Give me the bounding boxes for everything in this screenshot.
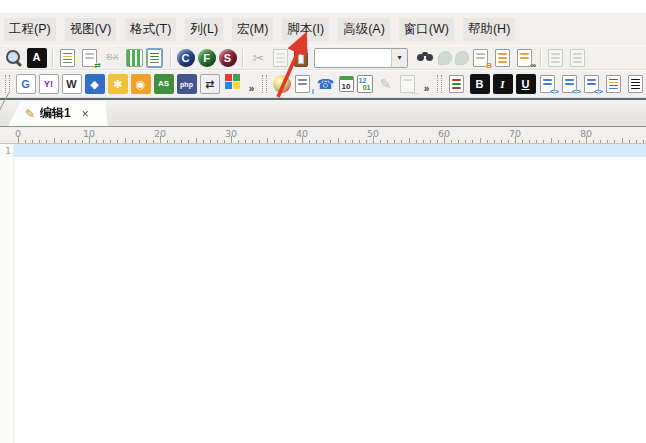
ruler-tick [288,140,289,143]
call-tip-icon[interactable]: ☎ [316,74,336,94]
ruler-tick [309,140,310,143]
find-binoculars-icon[interactable] [415,48,435,68]
menu-item-format[interactable]: 格式(T) [125,18,176,41]
code-list-icon[interactable]: <> [540,75,555,93]
italic-icon[interactable]: I [493,74,513,94]
ruler-tick [551,138,552,143]
ms-office-icon[interactable] [223,74,243,94]
magic-tool-icon[interactable]: ✱ [108,74,128,94]
ruler-tick [465,140,466,143]
menu-item-project[interactable]: 工程(P) [4,18,56,41]
separator [52,49,53,67]
ruler-tick [316,140,317,143]
menu-item-window[interactable]: 窗口(W) [399,18,454,41]
msdn-search-icon[interactable]: ◆ [85,74,105,94]
doc-styles-icon[interactable] [60,49,75,67]
ruler-tick [196,138,197,143]
ruler-tick [224,140,225,143]
title-area [0,0,646,13]
ruler-tick [146,140,147,143]
google-search-icon[interactable]: G [16,74,36,94]
datetime-icon[interactable]: 1201 [357,75,373,93]
web-tool-icon[interactable]: ◉ [131,74,151,94]
ruler-tick [543,140,544,143]
encoding-f-icon[interactable]: F [198,49,216,67]
list-markers-icon[interactable] [449,75,464,93]
replace-in-files-icon[interactable]: ∞ [517,49,532,67]
compare-doc-icon[interactable] [548,49,563,67]
compare-doc2-icon[interactable] [570,49,585,67]
search-combobox[interactable]: ▾ [314,48,408,68]
ruler-tick [629,140,630,143]
sync-arrows-icon[interactable]: ⇄ [200,74,220,94]
bold-icon[interactable]: B [470,74,490,94]
snippet-doc-icon[interactable]: … [400,75,415,93]
ruler-tick [181,140,182,143]
php-icon[interactable]: php [177,74,197,94]
find-prev-icon[interactable] [438,51,452,65]
find-next-icon[interactable] [455,51,469,65]
editor-area[interactable]: 1 [0,144,646,443]
text-content[interactable] [14,144,646,443]
wikipedia-search-icon[interactable]: W [62,74,82,94]
encoding-c-icon[interactable]: C [177,49,195,67]
ruler-tick [132,140,133,143]
doc-info-icon[interactable]: i [295,75,310,93]
toolbar-overflow-icon[interactable]: » [420,74,433,94]
menu-item-column[interactable]: 列(L) [185,18,223,41]
menu-item-macro[interactable]: 宏(M) [232,18,273,41]
underline-icon[interactable]: U [516,74,536,94]
separator [170,49,171,67]
ruler-tick [295,140,296,143]
replace-icon-badge: B [486,62,492,70]
doc-refresh-icon[interactable]: ⇄ [82,49,97,67]
toolbar-overflow-icon[interactable]: » [245,74,258,94]
actionscript-icon[interactable]: AS [154,74,174,94]
ruler-tick [323,140,324,143]
ruler-tick [423,140,424,143]
menu-item-advanced[interactable]: 高级(A) [338,18,390,41]
pen-icon[interactable]: ✎ [376,74,396,94]
ruler-tick [437,140,438,143]
grip [437,75,442,93]
paste-clipboard-icon[interactable] [294,49,308,67]
encoding-s-icon[interactable]: S [219,49,237,67]
ruler-tick [46,140,47,143]
color-picker-icon[interactable] [273,75,291,93]
calendar-icon[interactable]: 10 [339,76,354,92]
ruler-tick [259,140,260,143]
rainbow-doc-icon[interactable] [606,75,621,93]
replace-icon[interactable]: B [473,49,488,67]
menu-item-script[interactable]: 脚本(I) [282,18,329,41]
ruler-tick [160,136,161,143]
code-list-3-icon[interactable]: <> [584,75,599,93]
menu-item-view[interactable]: 视图(V) [65,18,117,41]
code-list-numbered-icon[interactable]: <> [562,75,577,93]
yahoo-search-icon[interactable]: Y! [39,74,59,94]
tab-edit1[interactable]: ✎ 编辑1 × [8,101,108,126]
ruler-tick [302,136,303,143]
tab-close-icon[interactable]: × [82,108,89,120]
ruler-tick [330,140,331,143]
replace-in-files-icon-badge: ∞ [530,62,536,70]
ruler-tick [593,140,594,143]
font-icon[interactable]: A [27,48,47,68]
spelling-disabled-icon[interactable]: BX [103,48,123,68]
columns-mode-icon[interactable] [126,49,143,67]
menu-item-help[interactable]: 帮助(H) [463,18,515,41]
line-list-icon[interactable] [147,49,162,67]
code-list-3-icon-badge: <> [594,88,603,96]
ruler-tick [501,140,502,143]
search-combobox-value[interactable] [315,49,391,67]
separator [540,49,541,67]
combobox-dropdown-icon[interactable]: ▾ [391,49,407,67]
copy-icon[interactable] [273,49,288,67]
ruler-tick [210,140,211,143]
ruler-tick [352,140,353,143]
find-in-files-icon[interactable] [495,49,510,67]
ruler-tick [586,136,587,143]
ruler-tick [401,140,402,143]
black-doc-icon[interactable] [628,75,643,93]
cut-icon[interactable]: ✂ [249,48,269,68]
zoom-select-icon[interactable] [4,48,24,68]
